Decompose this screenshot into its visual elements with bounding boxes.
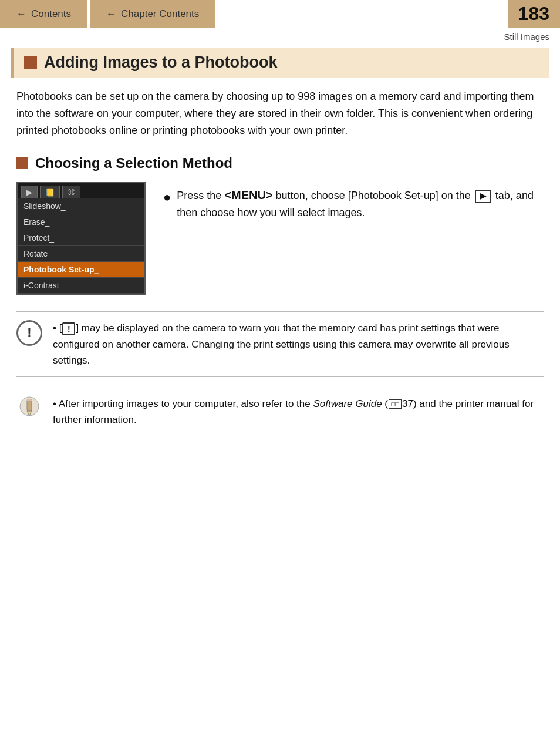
pencil-icon-wrap (16, 396, 42, 417)
section-label-row: Still Images (0, 28, 560, 44)
bullet-dot: ● (163, 187, 171, 207)
warning-box: ! • [!] may be displayed on the camera t… (16, 311, 544, 377)
page-title: Adding Images to a Photobook (44, 53, 278, 72)
contents-button[interactable]: ← Contents (0, 0, 87, 28)
chapter-contents-button[interactable]: ← Chapter Contents (90, 0, 215, 28)
note-text: • After importing images to your compute… (53, 396, 544, 428)
section-heading-icon (16, 157, 28, 169)
page-title-bar: Adding Images to a Photobook (11, 48, 549, 78)
warning-icon-wrap: ! (16, 320, 42, 346)
section-label: Still Images (504, 32, 549, 42)
note-box: • After importing images to your compute… (16, 388, 544, 436)
book-tab-icon: 📒 (45, 188, 55, 197)
software-guide-title: Software Guide (313, 398, 382, 409)
section-heading: Choosing a Selection Method (35, 155, 232, 171)
menu-item-icontrast: i-Contrast_ (18, 278, 144, 294)
menu-item-protect: Protect_ (18, 230, 144, 246)
pencil-icon (19, 396, 40, 417)
menu-item-photobook-setup: Photobook Set-up_ (18, 262, 144, 278)
page-number: 183 (508, 0, 560, 28)
exclamation-box-icon: ! (62, 322, 75, 335)
nav-spacer (215, 0, 507, 28)
note-bullet: • (53, 398, 59, 409)
bullet-instruction: ● Press the <MENU> button, choose [Photo… (163, 186, 544, 221)
two-col-layout: ▶ 📒 ⌘ Slideshow_ Erase_ Protect_ Rotate_… (16, 182, 544, 295)
camera-menu-screenshot: ▶ 📒 ⌘ Slideshow_ Erase_ Protect_ Rotate_… (16, 182, 146, 295)
play-tab-inline-icon: ▶ (475, 190, 491, 203)
main-content: Photobooks can be set up on the camera b… (0, 88, 560, 436)
menu-item-slideshow: Slideshow_ (18, 198, 144, 214)
menu-item-rotate: Rotate_ (18, 246, 144, 262)
instruction-text: Press the <MENU> button, choose [Photobo… (177, 186, 544, 221)
book-icon-inline: □□ (389, 399, 402, 409)
settings-tab-icon: ⌘ (68, 188, 75, 197)
intro-paragraph: Photobooks can be set up on the camera b… (16, 88, 544, 139)
menu-item-erase: Erase_ (18, 214, 144, 230)
menu-keyword: <MENU> (224, 189, 272, 201)
tab-settings: ⌘ (62, 186, 80, 198)
play-icon: ▶ (26, 188, 32, 197)
section-heading-row: Choosing a Selection Method (16, 155, 544, 171)
left-arrow-icon: ← (16, 8, 26, 20)
svg-rect-3 (27, 399, 32, 402)
warning-bullet: • (53, 322, 59, 334)
tab-book: 📒 (40, 186, 60, 198)
chapter-contents-label: Chapter Contents (121, 8, 199, 20)
title-icon (24, 56, 37, 69)
instruction-column: ● Press the <MENU> button, choose [Photo… (163, 182, 544, 221)
left-arrow-icon-2: ← (106, 8, 116, 20)
camera-menu-items: Slideshow_ Erase_ Protect_ Rotate_ Photo… (18, 198, 144, 294)
camera-tabs: ▶ 📒 ⌘ (18, 183, 144, 198)
tab-play: ▶ (21, 186, 38, 198)
top-navigation: ← Contents ← Chapter Contents 183 (0, 0, 560, 28)
warning-circle-icon: ! (16, 320, 42, 346)
warning-text: • [!] may be displayed on the camera to … (53, 320, 544, 368)
contents-label: Contents (31, 8, 71, 20)
